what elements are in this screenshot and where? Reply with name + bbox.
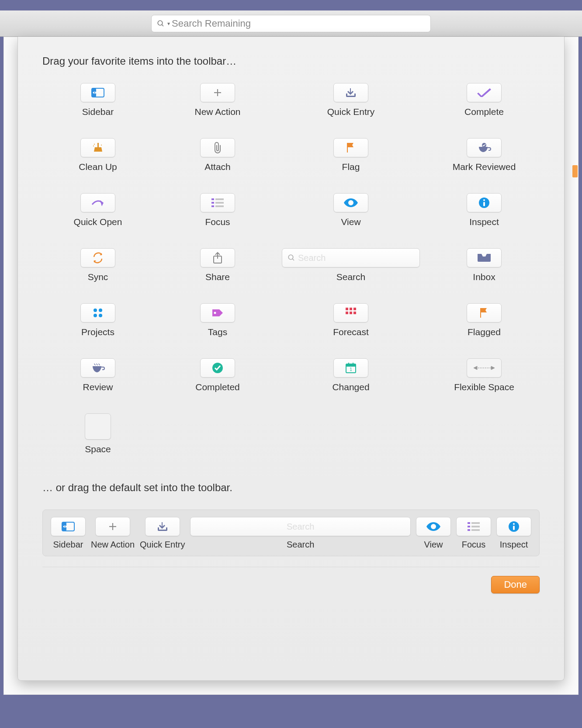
svg-marker-46 — [474, 366, 477, 370]
toolbar-item-share[interactable]: Share — [162, 248, 273, 282]
toolbar-items-grid: Sidebar New Action Quick Entry Complete — [42, 83, 540, 454]
search-field-preview: Search — [282, 248, 420, 267]
toolbar-item-quick-entry[interactable]: Quick Entry — [282, 83, 420, 117]
svg-rect-23 — [483, 202, 485, 206]
sheet-heading: Drag your favorite items into the toolba… — [42, 55, 540, 67]
svg-rect-59 — [468, 529, 470, 531]
toolbar-item-sync[interactable]: Sync — [42, 248, 153, 282]
svg-point-28 — [99, 309, 102, 312]
svg-rect-56 — [471, 522, 480, 524]
search-remaining-field[interactable]: ▾ Search Remaining — [151, 15, 431, 32]
eye-icon — [416, 517, 451, 536]
svg-rect-55 — [468, 522, 470, 524]
svg-line-1 — [162, 24, 163, 26]
search-field-preview: Search — [190, 517, 411, 536]
toolbar-item-inbox[interactable]: Inbox — [429, 248, 540, 282]
flag-icon — [333, 138, 368, 157]
inbox-icon — [467, 248, 502, 267]
arrow-right-icon — [80, 193, 115, 212]
toolbar-item-forecast[interactable]: Forecast — [282, 303, 420, 337]
search-placeholder: Search Remaining — [172, 18, 251, 29]
toolbar-item-flagged[interactable]: Flagged — [429, 303, 540, 337]
svg-marker-47 — [491, 366, 495, 370]
svg-rect-43 — [353, 363, 353, 365]
svg-rect-34 — [353, 308, 356, 310]
svg-rect-57 — [468, 526, 470, 527]
space-icon — [85, 413, 111, 440]
toolbar-item-focus[interactable]: Focus — [162, 193, 273, 227]
toolbar-item-completed[interactable]: Completed — [162, 358, 273, 392]
projects-icon — [80, 303, 115, 322]
toolbar-item-clean-up[interactable]: Clean Up — [42, 138, 153, 172]
default-item-inspect[interactable]: Inspect — [496, 517, 531, 550]
toolbar-item-inspect[interactable]: Inspect — [429, 193, 540, 227]
search-icon — [288, 254, 295, 262]
toolbar-item-complete[interactable]: Complete — [429, 83, 540, 117]
share-icon — [200, 248, 235, 267]
svg-rect-36 — [350, 312, 352, 314]
paperclip-icon — [200, 138, 235, 157]
svg-rect-37 — [353, 312, 356, 314]
svg-rect-14 — [211, 198, 214, 200]
flexible-space-icon — [467, 358, 502, 378]
sidebar-icon — [51, 517, 86, 536]
toolbar-item-view[interactable]: View — [282, 193, 420, 227]
toolbar-item-flag[interactable]: Flag — [282, 138, 420, 172]
checkmark-icon — [467, 83, 502, 102]
sync-icon — [80, 248, 115, 267]
svg-rect-33 — [350, 308, 352, 310]
default-set-heading: … or drag the default set into the toolb… — [42, 482, 540, 494]
svg-point-10 — [101, 145, 102, 146]
tag-icon — [200, 303, 235, 322]
svg-rect-58 — [471, 526, 480, 527]
svg-rect-15 — [215, 198, 224, 200]
cup-icon — [80, 358, 115, 378]
default-item-focus[interactable]: Focus — [456, 517, 491, 550]
svg-rect-38 — [480, 308, 481, 318]
search-icon — [157, 20, 165, 28]
toolbar-item-review[interactable]: Review — [42, 358, 153, 392]
svg-point-22 — [483, 199, 485, 201]
svg-rect-18 — [211, 205, 214, 207]
plus-icon — [95, 517, 130, 536]
default-item-sidebar[interactable]: Sidebar — [51, 517, 86, 550]
svg-point-25 — [288, 255, 293, 260]
svg-rect-42 — [348, 363, 349, 365]
chevron-down-icon: ▾ — [167, 21, 170, 27]
done-button[interactable]: Done — [491, 576, 540, 593]
toolbar-item-quick-open[interactable]: Quick Open — [42, 193, 153, 227]
svg-rect-16 — [211, 202, 214, 204]
default-item-search[interactable]: Search Search — [190, 517, 411, 550]
svg-point-9 — [94, 144, 95, 145]
default-item-new-action[interactable]: New Action — [91, 517, 135, 550]
forecast-icon — [333, 303, 368, 322]
svg-rect-60 — [471, 529, 480, 531]
list-icon — [200, 193, 235, 212]
toolbar-item-search[interactable]: Search Search — [282, 248, 420, 282]
selection-marker — [572, 165, 578, 177]
svg-point-29 — [94, 314, 97, 317]
calendar-icon: 1 — [333, 358, 368, 378]
toolbar-item-projects[interactable]: Projects — [42, 303, 153, 337]
toolbar-item-new-action[interactable]: New Action — [162, 83, 273, 117]
toolbar-item-flexible-space[interactable]: Flexible Space — [429, 358, 540, 392]
sidebar-icon — [80, 83, 115, 102]
flag-icon — [467, 303, 502, 322]
toolbar-item-attach[interactable]: Attach — [162, 138, 273, 172]
toolbar-item-changed[interactable]: 1 Changed — [282, 358, 420, 392]
list-icon — [456, 517, 491, 536]
toolbar-item-sidebar[interactable]: Sidebar — [42, 83, 153, 117]
default-item-quick-entry[interactable]: Quick Entry — [140, 517, 185, 550]
toolbar-item-space[interactable]: Space — [42, 413, 153, 454]
download-tray-icon — [333, 83, 368, 102]
default-toolbar-set[interactable]: Sidebar New Action Quick Entry Search Se… — [42, 510, 540, 556]
toolbar-item-tags[interactable]: Tags — [162, 303, 273, 337]
svg-point-20 — [350, 201, 352, 204]
cup-check-icon — [467, 138, 502, 157]
svg-rect-17 — [215, 202, 224, 204]
svg-rect-35 — [346, 312, 348, 314]
default-item-view[interactable]: View — [416, 517, 451, 550]
customize-toolbar-sheet: Drag your favorite items into the toolba… — [17, 37, 565, 681]
broom-icon — [80, 138, 115, 157]
toolbar-item-mark-reviewed[interactable]: Mark Reviewed — [429, 138, 540, 172]
